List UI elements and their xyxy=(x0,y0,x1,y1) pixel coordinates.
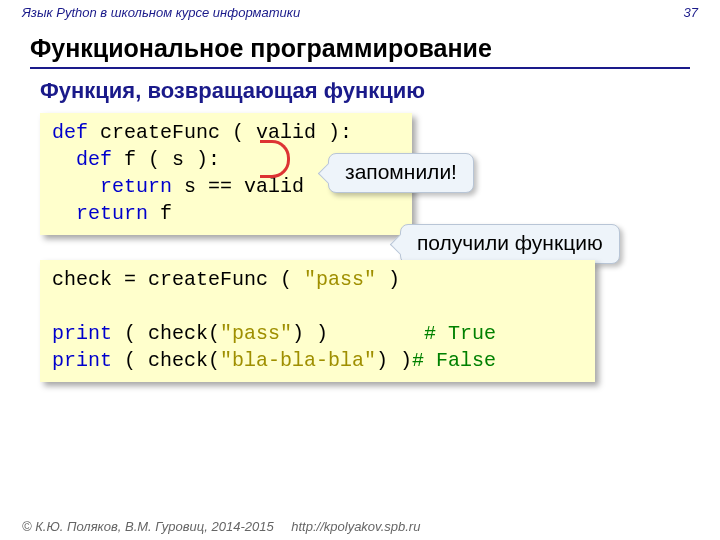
string-literal: "pass" xyxy=(220,322,292,345)
title-rule xyxy=(30,67,690,69)
header-band: Язык Python в школьном курсе информатики… xyxy=(0,0,720,22)
slide-subtitle: Функция, возвращающая функцию xyxy=(40,78,425,104)
code-text: s == valid xyxy=(172,175,304,198)
footer-copyright: © К.Ю. Поляков, В.М. Гуровиц, 2014-2015 xyxy=(22,519,274,534)
kw-return: return xyxy=(52,175,172,198)
footer: © К.Ю. Поляков, В.М. Гуровиц, 2014-2015 … xyxy=(22,519,420,534)
kw-def: def xyxy=(52,121,88,144)
kw-print: print xyxy=(52,349,112,372)
code-text: ) ) xyxy=(376,349,412,372)
callout-got-function: получили функцию xyxy=(400,224,620,264)
slide-title: Функциональное программирование xyxy=(30,34,492,63)
code-text: ( check( xyxy=(112,322,220,345)
code-text: f xyxy=(148,202,172,225)
comment: # False xyxy=(412,349,496,372)
page-number: 37 xyxy=(684,5,698,20)
kw-print: print xyxy=(52,322,112,345)
callout-remembered: запомнили! xyxy=(328,153,474,193)
code-block-usage: check = createFunc ( "pass" ) print ( ch… xyxy=(40,260,595,382)
code-text: ) ) xyxy=(292,322,424,345)
comment: # True xyxy=(424,322,496,345)
code-text: check = createFunc ( xyxy=(52,268,304,291)
code-text: ) xyxy=(376,268,400,291)
kw-return: return xyxy=(52,202,148,225)
string-literal: "pass" xyxy=(304,268,376,291)
code-text: createFunc ( valid ): xyxy=(88,121,352,144)
callout-label: запомнили! xyxy=(345,160,457,183)
string-literal: "bla-bla-bla" xyxy=(220,349,376,372)
footer-link[interactable]: http://kpolyakov.spb.ru xyxy=(291,519,420,534)
callout-label: получили функцию xyxy=(417,231,603,254)
code-text: ( check( xyxy=(112,349,220,372)
code-text: f ( s ): xyxy=(112,148,220,171)
kw-def: def xyxy=(52,148,112,171)
tagline: Язык Python в школьном курсе информатики xyxy=(22,5,300,20)
